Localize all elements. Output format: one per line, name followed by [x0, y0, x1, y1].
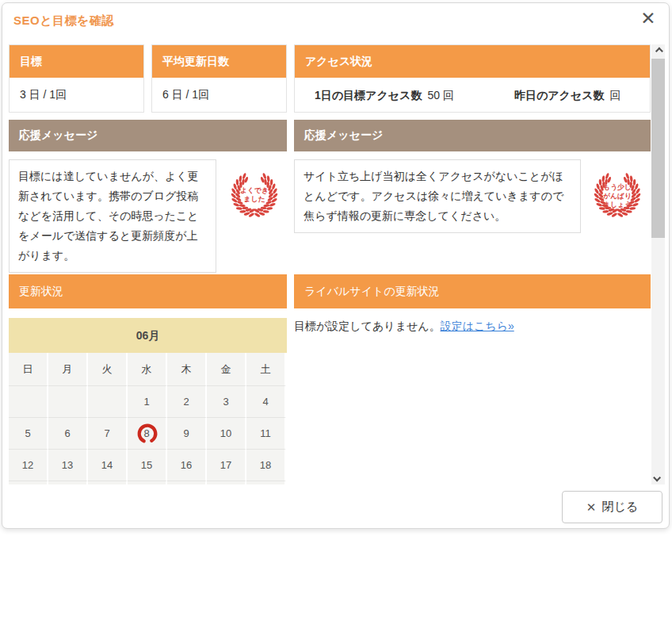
weekday-label: 火 [88, 353, 128, 386]
close-button-x-icon: ✕ [586, 500, 597, 515]
scroll-up-arrow-icon[interactable] [651, 44, 665, 58]
weekday-label: 月 [48, 353, 88, 386]
calendar-day: 10 [207, 418, 246, 450]
close-icon[interactable]: ✕ [638, 8, 659, 29]
svg-text:ました: ました [244, 195, 265, 203]
calendar-day: 15 [128, 450, 167, 481]
svg-text:よくでき: よくでき [240, 186, 269, 194]
rival-settings-link[interactable]: 設定はこちら» [441, 320, 514, 332]
calendar-day: 16 [167, 450, 207, 481]
encourage-wreath-stamp-icon: もう少し がんばり ましょう [586, 163, 648, 225]
daily-goal-access-label: 1日の目標アクセス数 [315, 89, 422, 101]
calendar-day: 13 [48, 450, 88, 481]
update-status-header: 更新状況 [9, 274, 287, 308]
calendar-day: 11 [246, 418, 286, 450]
calendar-weekday-row: 日 月 火 水 木 金 土 [9, 353, 287, 386]
rival-no-goal-text: 目標が設定してありません。 [294, 320, 441, 332]
calendar-day: 4 [246, 386, 286, 418]
calendar-day: 3 [207, 386, 246, 418]
calendar-month-label: 06月 [9, 318, 287, 353]
vertical-scrollbar[interactable] [651, 44, 665, 484]
yesterday-access-value: 回 [610, 89, 621, 101]
rival-site-header: ライバルサイトの更新状況 [294, 274, 651, 308]
calendar-day: 18 [246, 450, 286, 481]
calendar-day: 7 [88, 418, 128, 450]
calendar-day: 14 [88, 450, 128, 481]
scrollbar-thumb[interactable] [651, 59, 665, 238]
calendar-week-row: 1 2 3 4 [9, 386, 287, 418]
weekday-label: 木 [167, 353, 207, 386]
dialog-title: SEOと目標を確認 [13, 13, 114, 29]
calendar-day [88, 386, 128, 418]
weekday-label: 日 [9, 353, 48, 386]
support-message-left-header: 応援メッセージ [9, 120, 287, 151]
daily-goal-access-value: 50 回 [427, 89, 453, 101]
support-message-right-text: サイト立ち上げ当初は全くアクセスがないことがほとんどです。アクセスは徐々に増えて… [294, 159, 581, 233]
calendar-day: 6 [48, 418, 88, 450]
weekday-label: 土 [246, 353, 286, 386]
avg-update-card: 平均更新日数 6 日 / 1回 [151, 44, 287, 113]
support-message-right-header: 応援メッセージ [294, 120, 651, 151]
calendar-day [9, 386, 48, 418]
calendar-week-row: 5 6 7 8 9 10 11 [9, 418, 287, 450]
calendar-day-marked: 8 [128, 418, 167, 450]
calendar-day: 17 [207, 450, 246, 481]
calendar-day: 2 [167, 386, 207, 418]
calendar-day: 9 [167, 418, 207, 450]
calendar-week-row: 12 13 14 15 16 17 18 [9, 450, 287, 481]
goal-card-header: 目標 [10, 45, 143, 78]
scroll-down-arrow-icon[interactable] [651, 471, 665, 484]
svg-text:がんばり: がんばり [602, 192, 632, 200]
access-status-card-body: 1日の目標アクセス数50 回 昨日のアクセス数回 [295, 78, 650, 113]
svg-text:もう少し: もう少し [603, 183, 632, 191]
access-status-card: アクセス状況 1日の目標アクセス数50 回 昨日のアクセス数回 [294, 44, 651, 113]
yesterday-access-stat: 昨日のアクセス数回 [514, 88, 621, 103]
avg-update-card-value: 6 日 / 1回 [152, 78, 286, 113]
calendar-day [48, 386, 88, 418]
update-calendar: 06月 日 月 火 水 木 金 土 1 2 3 4 5 6 7 [9, 318, 287, 484]
calendar-day: 12 [9, 450, 48, 481]
svg-text:ましょう: ましょう [603, 201, 632, 209]
access-status-card-header: アクセス状況 [295, 45, 650, 78]
calendar-day: 5 [9, 418, 48, 450]
close-button-label: 閉じる [601, 500, 638, 515]
goal-card-value: 3 日 / 1回 [10, 78, 143, 113]
yesterday-access-label: 昨日のアクセス数 [514, 89, 605, 101]
support-message-left-text: 目標には達していませんが、よく更新されています。携帯のブログ投稿などを活用して、… [9, 159, 216, 273]
calendar-week-row-clipped [9, 481, 287, 484]
weekday-label: 金 [207, 353, 246, 386]
avg-update-card-header: 平均更新日数 [152, 45, 286, 78]
calendar-day: 1 [128, 386, 167, 418]
weekday-label: 水 [128, 353, 167, 386]
seo-goal-dialog: SEOと目標を確認 ✕ 目標 3 日 / 1回 平均更新日数 6 日 / 1回 … [2, 2, 670, 529]
goal-card: 目標 3 日 / 1回 [9, 44, 144, 113]
rival-site-content: 目標が設定してありません。設定はこちら» [294, 320, 514, 334]
praise-wreath-stamp-icon: よくでき ました [223, 163, 285, 225]
daily-goal-access-stat: 1日の目標アクセス数50 回 [315, 88, 454, 103]
close-button[interactable]: ✕ 閉じる [562, 491, 662, 523]
